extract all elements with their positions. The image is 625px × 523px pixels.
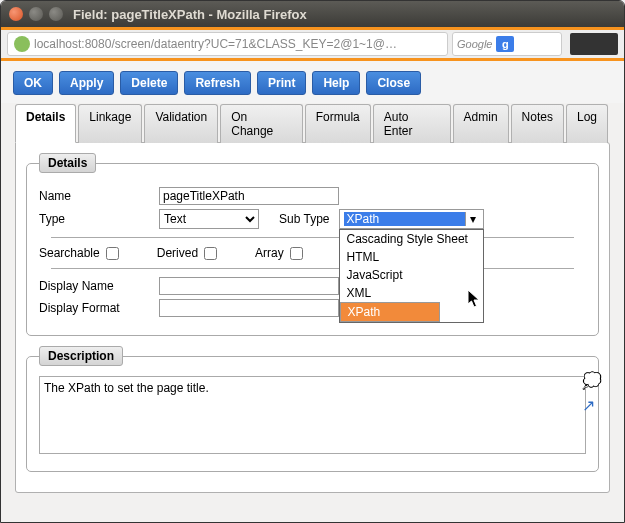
expand-icon[interactable]: ↗ <box>582 396 602 415</box>
description-textarea[interactable]: The XPath to set the page title. <box>39 376 586 454</box>
tab-details[interactable]: Details <box>15 104 76 143</box>
side-icons: 💭 ↗ <box>582 371 602 415</box>
description-legend: Description <box>39 346 123 366</box>
name-input[interactable] <box>159 187 339 205</box>
globe-icon <box>14 36 30 52</box>
tab-panel: Details Name Type Text Sub Type XPath ▾ <box>15 142 610 493</box>
window-close-button[interactable] <box>9 7 23 21</box>
browser-window: Field: pageTitleXPath - Mozilla Firefox … <box>0 0 625 523</box>
display-name-label: Display Name <box>39 279 159 293</box>
tab-formula[interactable]: Formula <box>305 104 371 143</box>
window-controls <box>9 7 63 21</box>
array-label: Array <box>255 246 284 260</box>
subtype-value: XPath <box>344 212 465 226</box>
tab-onchange[interactable]: On Change <box>220 104 302 143</box>
action-toolbar: OK Apply Delete Refresh Print Help Close <box>1 61 624 103</box>
display-name-input[interactable] <box>159 277 339 295</box>
subtype-option-html[interactable]: HTML <box>340 248 483 266</box>
url-bar: localhost:8080/screen/dataentry?UC=71&CL… <box>1 27 624 61</box>
subtype-option-js[interactable]: JavaScript <box>340 266 483 284</box>
tab-bar: Details Linkage Validation On Change For… <box>1 104 624 143</box>
searchable-label: Searchable <box>39 246 100 260</box>
type-select[interactable]: Text <box>159 209 259 229</box>
titlebar: Field: pageTitleXPath - Mozilla Firefox <box>1 1 624 27</box>
tab-admin[interactable]: Admin <box>453 104 509 143</box>
print-button[interactable]: Print <box>257 71 306 95</box>
searchable-checkbox[interactable] <box>106 247 119 260</box>
derived-checkbox[interactable] <box>204 247 217 260</box>
chevron-down-icon: ▾ <box>465 212 479 226</box>
tab-autoenter[interactable]: Auto Enter <box>373 104 451 143</box>
subtype-option-css[interactable]: Cascading Style Sheet <box>340 230 483 248</box>
close-button[interactable]: Close <box>366 71 421 95</box>
display-format-input[interactable] <box>159 299 339 317</box>
derived-label: Derived <box>157 246 198 260</box>
array-checkbox[interactable] <box>290 247 303 260</box>
description-fieldset: Description The XPath to set the page ti… <box>26 346 599 472</box>
window-minimize-button[interactable] <box>29 7 43 21</box>
tab-linkage[interactable]: Linkage <box>78 104 142 143</box>
tab-validation[interactable]: Validation <box>144 104 218 143</box>
window-title: Field: pageTitleXPath - Mozilla Firefox <box>73 7 307 22</box>
delete-button[interactable]: Delete <box>120 71 178 95</box>
apply-button[interactable]: Apply <box>59 71 114 95</box>
details-fieldset: Details Name Type Text Sub Type XPath ▾ <box>26 153 599 336</box>
url-text: localhost:8080/screen/dataentry?UC=71&CL… <box>34 37 397 51</box>
type-label: Type <box>39 212 159 226</box>
search-placeholder: Google <box>457 38 492 50</box>
help-button[interactable]: Help <box>312 71 360 95</box>
tab-log[interactable]: Log <box>566 104 608 143</box>
subtype-dropdown: Cascading Style Sheet HTML JavaScript XM… <box>339 229 484 323</box>
subtype-option-xml[interactable]: XML <box>340 284 483 302</box>
subtype-select[interactable]: XPath ▾ <box>339 209 484 229</box>
site-badge <box>570 33 618 55</box>
window-maximize-button[interactable] <box>49 7 63 21</box>
divider <box>51 268 574 269</box>
name-label: Name <box>39 189 159 203</box>
subtype-label: Sub Type <box>279 212 329 226</box>
search-box[interactable]: Google g <box>452 32 562 56</box>
note-icon[interactable]: 💭 <box>582 371 602 390</box>
url-field[interactable]: localhost:8080/screen/dataentry?UC=71&CL… <box>7 32 448 56</box>
tab-notes[interactable]: Notes <box>511 104 564 143</box>
subtype-option-xpath[interactable]: XPath <box>340 302 440 322</box>
display-format-label: Display Format <box>39 301 159 315</box>
divider <box>51 237 574 238</box>
refresh-button[interactable]: Refresh <box>184 71 251 95</box>
ok-button[interactable]: OK <box>13 71 53 95</box>
google-icon: g <box>496 36 514 52</box>
details-legend: Details <box>39 153 96 173</box>
